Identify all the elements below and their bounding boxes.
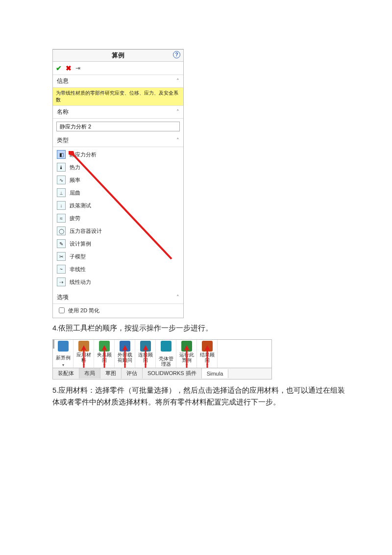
type-item-icon: ∿	[57, 176, 66, 184]
type-item-label: 设计算例	[70, 240, 91, 248]
toolbar-button-icon	[202, 341, 213, 352]
type-item-icon: 🌡	[57, 163, 66, 172]
toolbar-button[interactable]: 应用材 料▾	[74, 340, 94, 368]
type-item[interactable]: ◯压力容器设计	[56, 225, 180, 237]
use-2d-label: 使用 2D 简化	[68, 307, 99, 314]
type-item[interactable]: ✎设计算例	[56, 237, 180, 250]
dropdown-icon[interactable]: ▾	[145, 364, 147, 367]
tabs-row: 装配体布局草图评估SOLIDWORKS 插件Simula	[53, 368, 271, 379]
toolbar-button-label: 连接顾 问	[138, 352, 153, 363]
cancel-icon[interactable]: ✖	[66, 64, 72, 72]
toolbar-button-label: 结果顾 问	[200, 352, 215, 363]
type-item-label: 屈曲	[70, 189, 80, 197]
type-item[interactable]: 🌡热力	[56, 161, 180, 174]
dropdown-icon[interactable]: ▾	[206, 364, 208, 367]
tab[interactable]: 评估	[122, 368, 143, 378]
tab[interactable]: 装配体	[53, 368, 79, 378]
type-item-icon: ◧	[57, 150, 66, 159]
type-item-icon: ✂	[57, 252, 66, 261]
section-name-label: 名称	[57, 108, 69, 116]
type-item-label: 静应力分析	[70, 151, 97, 158]
toolbar-button-icon	[181, 341, 192, 352]
ok-icon[interactable]: ✔	[56, 64, 62, 72]
toolbar-button[interactable]: 运行此 算例▾	[176, 340, 197, 368]
dropdown-icon[interactable]: ▾	[124, 364, 126, 367]
info-highlight: 为带线性材质的零部件研究应变、位移、应力、及安全系数	[53, 88, 183, 106]
type-item[interactable]: ✂子模型	[56, 250, 180, 263]
tab[interactable]: 草图	[100, 368, 122, 378]
use-2d-checkbox[interactable]	[59, 307, 65, 313]
tab[interactable]: Simula	[202, 369, 229, 378]
toolbar-button-label: 外部载 荷顾问	[118, 352, 132, 363]
chevron-up-icon: ˄	[176, 137, 179, 144]
section-type-header[interactable]: 类型 ˄	[53, 134, 183, 147]
type-item-label: 子模型	[70, 253, 86, 260]
toolbar-button-icon	[58, 341, 69, 352]
toolbar-button[interactable]: 新算例▾	[53, 340, 74, 368]
type-item-label: 疲劳	[70, 215, 80, 222]
toolbar-button-icon	[99, 341, 110, 352]
toolbar-button-icon	[120, 341, 130, 352]
section-options-header[interactable]: 选项 ˄	[53, 291, 183, 304]
toolbar-button[interactable]: 壳体管 理器	[156, 340, 176, 368]
type-item[interactable]: ∿频率	[56, 174, 180, 186]
type-item-icon: ≈	[57, 214, 66, 223]
toolbar-button-icon	[78, 341, 89, 352]
panel-title: 算例 ?	[53, 50, 183, 62]
type-item-icon: ◯	[57, 227, 66, 235]
type-item-label: 非线性	[70, 266, 86, 273]
section-info-header[interactable]: 信息 ˄	[53, 75, 183, 88]
section-type-label: 类型	[57, 136, 69, 145]
chevron-up-icon: ˄	[176, 109, 179, 115]
simulation-toolbar: 新算例▾应用材 料▾夹具顾 问▾外部载 荷顾问▾连接顾 问▾壳体管 理器运行此 …	[52, 339, 272, 379]
action-row: ✔ ✖ ⇥	[53, 62, 183, 75]
dropdown-icon[interactable]: ▾	[186, 364, 188, 367]
tab[interactable]: 布局	[79, 368, 100, 378]
type-item-label: 线性动力	[70, 278, 91, 286]
type-item[interactable]: ◧静应力分析	[56, 148, 180, 161]
type-item-icon: ⇢	[57, 278, 66, 286]
study-panel: 算例 ? ✔ ✖ ⇥ 信息 ˄ 为带线性材质的零部件研究应变、位移、应力、及安全…	[52, 49, 184, 318]
toolbar-button-label: 壳体管 理器	[159, 356, 173, 367]
panel-title-text: 算例	[112, 51, 124, 59]
toolbar-button-label: 新算例	[56, 355, 71, 360]
pin-icon[interactable]: ⇥	[75, 65, 80, 72]
chevron-up-icon: ˄	[176, 78, 179, 84]
toolbar-button-icon	[140, 341, 151, 352]
chevron-up-icon: ˄	[176, 294, 179, 301]
section-info-label: 信息	[57, 77, 69, 85]
toolbar-button[interactable]: 外部载 荷顾问▾	[115, 340, 135, 368]
type-item[interactable]: ↓跌落测试	[56, 199, 180, 212]
type-item[interactable]: ⇢线性动力	[56, 276, 180, 288]
type-item-label: 跌落测试	[70, 202, 91, 209]
type-item-icon: ⟂	[57, 188, 66, 197]
dropdown-icon[interactable]: ▾	[103, 364, 105, 367]
type-item[interactable]: ~非线性	[56, 263, 180, 276]
type-item[interactable]: ⟂屈曲	[56, 186, 180, 199]
tab[interactable]: SOLIDWORKS 插件	[143, 368, 202, 378]
toolbar-button-label: 运行此 算例	[179, 352, 194, 363]
help-icon[interactable]: ?	[173, 51, 180, 58]
option-row: 使用 2D 简化	[53, 304, 183, 318]
section-name-header[interactable]: 名称 ˄	[53, 106, 183, 119]
toolbar-button-icon	[161, 341, 172, 352]
type-item-label: 热力	[70, 164, 80, 171]
step5-text: 5.应用材料：选择零件（可批量选择），然后点击选择适合的应用材料，也可以通过在组…	[52, 384, 346, 408]
dropdown-icon[interactable]: ▾	[83, 364, 85, 367]
type-item[interactable]: ≈疲劳	[56, 212, 180, 225]
type-item-label: 压力容器设计	[70, 227, 102, 235]
dropdown-icon[interactable]: ▾	[62, 364, 64, 367]
type-item-label: 频率	[70, 177, 80, 184]
type-item-icon: ✎	[57, 239, 66, 248]
toolbar-button[interactable]: 夹具顾 问▾	[94, 340, 115, 368]
toolbar-button[interactable]: 连接顾 问▾	[135, 340, 156, 368]
type-item-icon: ~	[57, 265, 66, 274]
type-item-icon: ↓	[57, 201, 66, 210]
step4-text: 4.依照工具栏的顺序，按提示操作一步一步进行。	[52, 322, 346, 334]
toolbar-button[interactable]: 结果顾 问▾	[197, 340, 218, 368]
type-list: ◧静应力分析🌡热力∿频率⟂屈曲↓跌落测试≈疲劳◯压力容器设计✎设计算例✂子模型~…	[53, 147, 183, 291]
toolbar-button-label: 应用材 料	[76, 352, 91, 363]
study-name-input[interactable]	[56, 122, 180, 131]
toolbar-button-label: 夹具顾 问	[97, 352, 112, 363]
section-options-label: 选项	[57, 293, 69, 302]
